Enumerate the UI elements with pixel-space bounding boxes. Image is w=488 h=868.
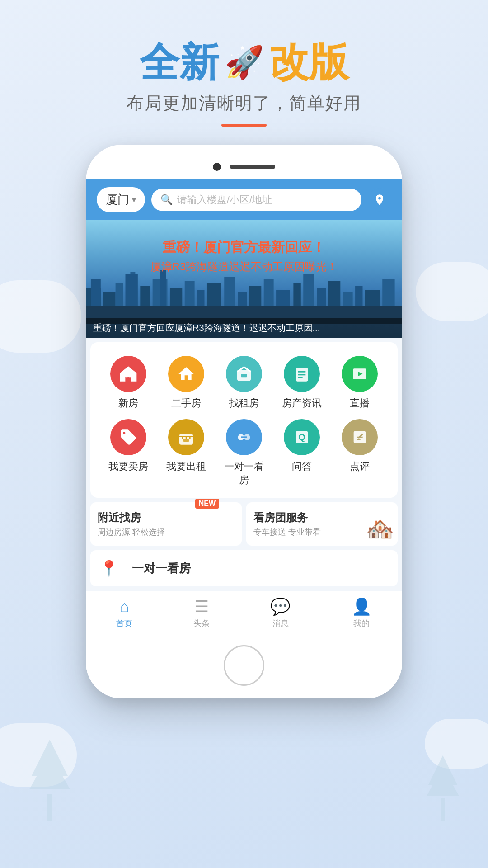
headline-main: 全新 🚀 改版 bbox=[0, 41, 488, 85]
new-house-icon bbox=[110, 356, 146, 392]
one-to-one-icon bbox=[226, 419, 262, 455]
menu-item-sell[interactable]: 我要卖房 bbox=[106, 419, 151, 487]
headline-underline bbox=[221, 124, 267, 127]
home-nav-label: 首页 bbox=[116, 618, 132, 629]
tree-right bbox=[425, 749, 461, 823]
qa-icon: Q bbox=[284, 419, 320, 455]
banner-bottom-text: 重磅！厦门官方回应厦漳R3跨海隧道！迟迟不动工原因... bbox=[93, 322, 395, 334]
messages-nav-icon: 💬 bbox=[270, 597, 291, 616]
review-label: 点评 bbox=[350, 460, 370, 473]
map-pin-icon: 📍 bbox=[99, 559, 118, 577]
nearby-sub: 周边房源 轻松选择 bbox=[98, 527, 235, 538]
lease-icon bbox=[168, 419, 204, 455]
svg-rect-34 bbox=[129, 375, 131, 377]
phone-wrapper: 厦门 ▾ 🔍 请输入楼盘/小区/地址 bbox=[86, 145, 402, 698]
phone-top bbox=[86, 158, 402, 179]
nav-item-headlines[interactable]: ☰ 头条 bbox=[193, 597, 210, 629]
chevron-down-icon: ▾ bbox=[132, 195, 136, 205]
sell-icon bbox=[110, 419, 146, 455]
icon-row-1: 新房 二手房 bbox=[99, 356, 389, 410]
home-button-row bbox=[86, 638, 402, 698]
rocket-icon: 🚀 bbox=[225, 45, 264, 80]
home-nav-icon: ⌂ bbox=[119, 597, 129, 616]
search-icon: 🔍 bbox=[160, 194, 173, 206]
bottom-nav: ⌂ 首页 ☰ 头条 💬 消息 👤 我的 bbox=[86, 591, 402, 638]
rent-icon bbox=[226, 356, 262, 392]
menu-item-rent[interactable]: 找租房 bbox=[221, 356, 267, 410]
bottom-cards: 附近找房 周边房源 轻松选择 NEW 看房团服务 专车接送 专业带看 🏘️ bbox=[90, 502, 398, 546]
svg-rect-3 bbox=[441, 798, 445, 821]
messages-nav-label: 消息 bbox=[272, 618, 289, 629]
app-content: 厦门 ▾ 🔍 请输入楼盘/小区/地址 bbox=[86, 179, 402, 698]
nearby-title: 附近找房 bbox=[98, 510, 235, 525]
profile-nav-icon: 👤 bbox=[352, 597, 372, 616]
headline-section: 全新 🚀 改版 布局更加清晰明了，简单好用 bbox=[0, 0, 488, 140]
search-bar[interactable]: 🔍 请输入楼盘/小区/地址 bbox=[151, 189, 361, 211]
svg-point-44 bbox=[123, 432, 125, 434]
second-house-label: 二手房 bbox=[171, 396, 201, 410]
live-label: 直播 bbox=[350, 396, 370, 410]
sell-label: 我要卖房 bbox=[108, 460, 148, 473]
location-icon[interactable] bbox=[368, 188, 391, 212]
svg-text:Q: Q bbox=[298, 432, 305, 442]
nav-item-home[interactable]: ⌂ 首页 bbox=[116, 597, 132, 629]
svg-rect-33 bbox=[126, 375, 127, 377]
svg-rect-40 bbox=[298, 374, 306, 375]
tour-card[interactable]: 看房团服务 专车接送 专业带看 🏘️ bbox=[246, 502, 398, 546]
menu-item-news[interactable]: 房产资讯 bbox=[279, 356, 324, 410]
menu-item-one-to-one[interactable]: 一对一看房 bbox=[221, 419, 267, 487]
svg-rect-37 bbox=[241, 374, 247, 377]
one-to-one-label-menu: 一对一看房 bbox=[221, 460, 267, 487]
news-icon bbox=[284, 356, 320, 392]
svg-rect-39 bbox=[298, 371, 306, 372]
tree-left bbox=[27, 731, 72, 823]
menu-item-review[interactable]: 点评 bbox=[337, 419, 382, 487]
banner-bottom-bar: 重磅！厦门官方回应厦漳R3跨海隧道！迟迟不动工原因... bbox=[86, 318, 402, 338]
building-decoration-icon: 🏘️ bbox=[366, 516, 394, 542]
profile-nav-label: 我的 bbox=[353, 618, 370, 629]
home-button[interactable] bbox=[224, 645, 264, 686]
menu-item-new-house[interactable]: 新房 bbox=[106, 356, 151, 410]
second-house-icon bbox=[168, 356, 204, 392]
bg-cloud-left bbox=[0, 280, 81, 353]
rent-label: 找租房 bbox=[229, 396, 259, 410]
live-icon bbox=[342, 356, 378, 392]
new-house-label: 新房 bbox=[118, 396, 138, 410]
one-to-one-card[interactable]: 一对一看房 bbox=[125, 555, 389, 582]
headlines-nav-label: 头条 bbox=[193, 618, 210, 629]
svg-rect-46 bbox=[183, 439, 189, 442]
phone-camera bbox=[213, 163, 221, 171]
news-label: 房产资讯 bbox=[282, 396, 322, 410]
menu-item-live[interactable]: 直播 bbox=[337, 356, 382, 410]
banner-text-overlay: 重磅！厦门官方最新回应！ 厦漳R3跨海隧道迟迟不动工原因曝光！ bbox=[86, 238, 402, 274]
qa-label: 问答 bbox=[292, 460, 312, 473]
svg-rect-41 bbox=[298, 377, 303, 378]
lease-label: 我要出租 bbox=[166, 460, 206, 473]
app-header: 厦门 ▾ 🔍 请输入楼盘/小区/地址 bbox=[86, 179, 402, 220]
menu-item-qa[interactable]: Q 问答 bbox=[279, 419, 324, 487]
banner-subtitle: 厦漳R3跨海隧道迟迟不动工原因曝光！ bbox=[86, 259, 402, 274]
banner-title: 重磅！厦门官方最新回应！ bbox=[86, 238, 402, 257]
city-selector[interactable]: 厦门 ▾ bbox=[97, 187, 145, 212]
city-name: 厦门 bbox=[106, 192, 129, 208]
phone-speaker bbox=[230, 165, 275, 169]
phone-frame: 厦门 ▾ 🔍 请输入楼盘/小区/地址 bbox=[86, 145, 402, 698]
headline-part1: 全新 bbox=[140, 41, 219, 85]
map-area: 📍 一对一看房 bbox=[90, 550, 398, 586]
nav-item-messages[interactable]: 💬 消息 bbox=[270, 597, 291, 629]
headline-part2: 改版 bbox=[269, 41, 349, 85]
svg-rect-0 bbox=[47, 794, 52, 821]
svg-rect-35 bbox=[126, 373, 131, 376]
icon-row-2: 我要卖房 我要出租 bbox=[99, 419, 389, 487]
headlines-nav-icon: ☰ bbox=[194, 597, 209, 616]
bg-cloud-right bbox=[416, 262, 488, 321]
headline-subtitle: 布局更加清晰明了，简单好用 bbox=[0, 92, 488, 115]
menu-item-second-house[interactable]: 二手房 bbox=[164, 356, 209, 410]
nav-item-profile[interactable]: 👤 我的 bbox=[352, 597, 372, 629]
one-to-one-card-label: 一对一看房 bbox=[132, 561, 191, 575]
new-badge: NEW bbox=[195, 499, 219, 509]
banner[interactable]: 重磅！厦门官方最新回应！ 厦漳R3跨海隧道迟迟不动工原因曝光！ 重磅！厦门官方回… bbox=[86, 220, 402, 338]
search-placeholder-text: 请输入楼盘/小区/地址 bbox=[177, 193, 272, 207]
menu-item-lease[interactable]: 我要出租 bbox=[164, 419, 209, 487]
nearby-card[interactable]: 附近找房 周边房源 轻松选择 NEW bbox=[90, 502, 242, 546]
